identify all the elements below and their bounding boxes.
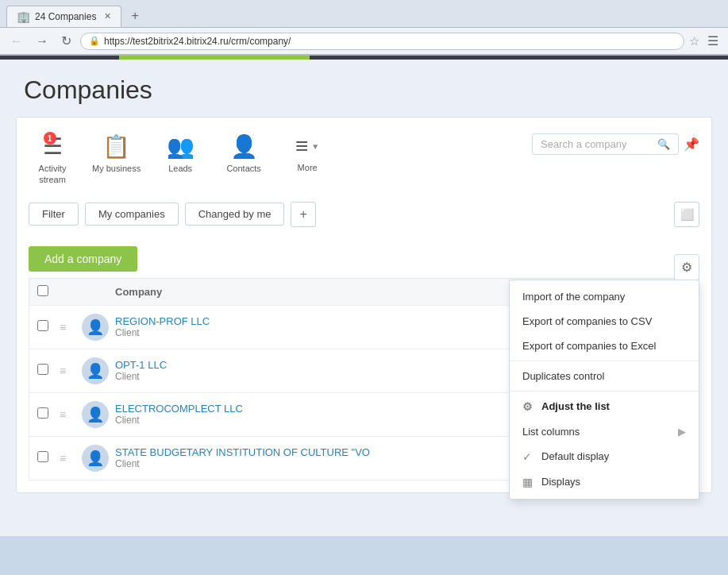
menu-adjust[interactable]: ⚙ Adjust the list [510, 394, 699, 419]
browser-tab[interactable]: 🏢 24 Companies ✕ [6, 6, 121, 27]
bookmark-btn[interactable]: ☆ [689, 34, 699, 48]
my-companies-btn[interactable]: My companies [85, 203, 179, 226]
drag-handle-1: ≡ [60, 321, 75, 334]
avatar-1: 👤 [82, 314, 109, 341]
menu-import[interactable]: Import of the company [510, 284, 699, 309]
export-csv-label: Export of companies to CSV [522, 315, 652, 327]
company-name-1[interactable]: REGION-PROF LLC [115, 315, 210, 327]
search-area: Search a company 🔍 📌 [532, 133, 699, 155]
url-text: https://test2bitrix24.bitrix24.ru/crm/co… [104, 36, 676, 47]
expand-btn[interactable]: ⬜ [674, 202, 699, 227]
search-icon: 🔍 [657, 138, 670, 150]
more-label: More [298, 162, 318, 173]
drag-handle-2: ≡ [60, 365, 75, 377]
main-card: ☰ 1 Activitystream 📋 My business 👥 Leads… [16, 117, 712, 493]
page-header: Companies [0, 60, 728, 117]
table-toolbar: Add a company ⚙ Import of the company Ex… [29, 237, 699, 272]
displays-label: Displays [541, 476, 580, 488]
changed-by-me-btn[interactable]: Changed by me [185, 203, 285, 226]
tab-label: 24 Companies [35, 11, 96, 22]
table-gear-btn[interactable]: ⚙ [674, 254, 699, 280]
nav-more[interactable]: ≡ ▼ More [283, 133, 331, 173]
menu-duplicates[interactable]: Duplicates control [510, 364, 699, 388]
company-name-3[interactable]: ELECTROCOMPLECT LLC [115, 403, 243, 415]
add-company-btn[interactable]: Add a company [29, 246, 137, 272]
displays-icon: ▦ [522, 476, 535, 488]
default-display-label: Default display [541, 450, 609, 462]
avatar-4: 👤 [82, 445, 109, 472]
leads-label: Leads [168, 163, 192, 174]
activity-stream-label: Activitystream [39, 163, 67, 186]
menu-divider-2 [510, 391, 699, 392]
browser-menu-btn[interactable]: ☰ [704, 32, 722, 50]
filter-btn[interactable]: Filter [29, 203, 79, 226]
avatar-2: 👤 [82, 357, 109, 384]
list-columns-label: List columns [522, 426, 580, 438]
search-company-box[interactable]: Search a company 🔍 [532, 133, 679, 155]
duplicates-label: Duplicates control [522, 370, 604, 382]
tab-favicon: 🏢 [17, 10, 30, 23]
menu-list-columns[interactable]: List columns ▶ [510, 419, 699, 444]
more-chevron-icon: ▼ [311, 142, 319, 151]
page-title: Companies [24, 75, 704, 105]
contacts-label: Contacts [226, 163, 260, 174]
pin-btn[interactable]: 📌 [684, 137, 699, 152]
filter-add-btn[interactable]: + [291, 202, 315, 227]
company-name-2[interactable]: OPT-1 LLC [115, 359, 167, 371]
drag-handle-4: ≡ [60, 452, 75, 465]
import-label: Import of the company [522, 291, 625, 303]
nav-icons-row: ☰ 1 Activitystream 📋 My business 👥 Leads… [29, 129, 699, 194]
company-name-4[interactable]: STATE BUDGETARY INSTITUTION OF CULTURE "… [115, 446, 370, 458]
address-bar[interactable]: 🔒 https://test2bitrix24.bitrix24.ru/crm/… [80, 33, 684, 50]
lock-icon: 🔒 [89, 36, 100, 46]
menu-displays[interactable]: ▦ Displays [510, 469, 699, 495]
select-all-checkbox[interactable] [37, 285, 48, 296]
row-checkbox-1[interactable] [37, 320, 48, 331]
new-tab-btn[interactable]: + [125, 5, 144, 27]
export-excel-label: Export of companies to Excel [522, 340, 656, 352]
refresh-btn[interactable]: ↻ [57, 32, 75, 50]
row-checkbox-4[interactable] [37, 451, 48, 462]
contacts-icon: 👤 [230, 133, 258, 160]
tab-close-btn[interactable]: ✕ [104, 11, 111, 21]
menu-export-csv[interactable]: Export of companies to CSV [510, 309, 699, 334]
nav-contacts[interactable]: 👤 Contacts [220, 133, 268, 174]
activity-badge: 1 [44, 132, 56, 145]
more-icon: ≡ [295, 133, 308, 159]
menu-divider-1 [510, 361, 699, 361]
row-checkbox-2[interactable] [37, 364, 48, 375]
adjust-label: Adjust the list [541, 400, 610, 412]
nav-leads[interactable]: 👥 Leads [156, 133, 204, 174]
leads-icon: 👥 [167, 133, 195, 160]
adjust-icon: ⚙ [522, 400, 535, 413]
avatar-3: 👤 [82, 401, 109, 428]
menu-export-excel[interactable]: Export of companies to Excel [510, 334, 699, 358]
search-placeholder: Search a company [541, 138, 626, 150]
my-business-icon: 📋 [102, 133, 130, 160]
check-icon: ✓ [522, 450, 535, 463]
row-checkbox-3[interactable] [37, 407, 48, 419]
my-business-label: My business [92, 163, 141, 174]
dropdown-menu: Import of the company Export of companie… [509, 280, 699, 500]
menu-default-display[interactable]: ✓ Default display [510, 444, 699, 469]
back-btn[interactable]: ← [6, 33, 27, 50]
expand-icon: ⬜ [680, 208, 694, 221]
drag-handle-3: ≡ [60, 408, 75, 421]
filter-bar: Filter My companies Changed by me + ⬜ [29, 202, 699, 227]
main-content: Companies ☰ 1 Activitystream 📋 My busine… [0, 60, 728, 536]
forward-btn[interactable]: → [32, 33, 52, 50]
nav-my-business[interactable]: 📋 My business [92, 133, 141, 174]
sub-arrow-icon: ▶ [678, 426, 686, 438]
nav-activity-stream[interactable]: ☰ 1 Activitystream [29, 133, 76, 186]
